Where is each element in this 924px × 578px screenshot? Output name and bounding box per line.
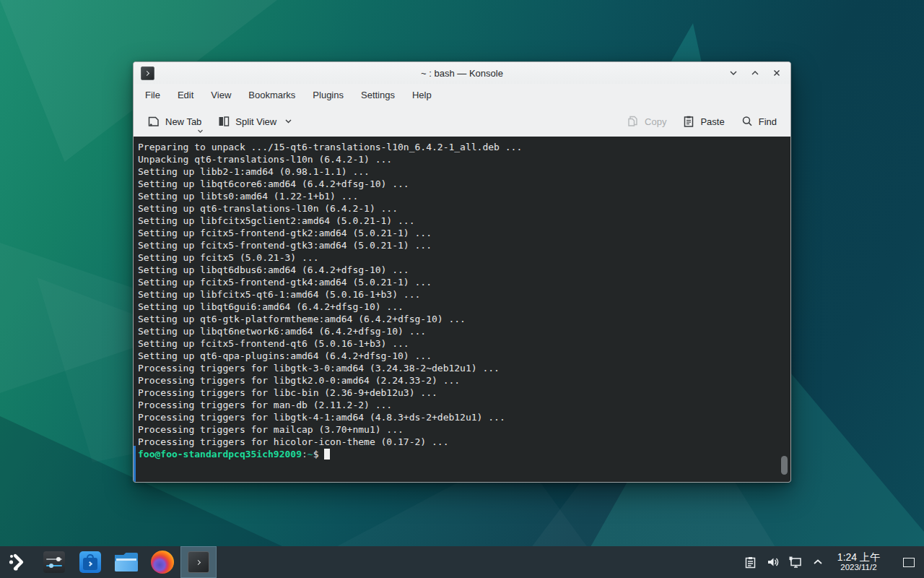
- terminal-line: Setting up libqt6dbus6:amd64 (6.4.2+dfsg…: [138, 264, 780, 276]
- expand-tray-chevron-icon: [813, 558, 823, 566]
- taskbar-app-firefox[interactable]: [144, 546, 180, 578]
- find-icon: [741, 115, 754, 128]
- menubar: File Edit View Bookmarks Plugins Setting…: [134, 84, 790, 106]
- new-output-marker: [134, 446, 136, 482]
- clipboard-tray-button[interactable]: [742, 552, 759, 572]
- terminal-chevron-glyph: [144, 70, 149, 75]
- copy-button[interactable]: Copy: [620, 110, 673, 133]
- prompt-dollar: $: [313, 449, 325, 460]
- network-tray-button[interactable]: [787, 552, 804, 572]
- terminal-line: Setting up libfcitx5-qt6-1:amd64 (5.0.16…: [138, 288, 780, 301]
- titlebar[interactable]: ~ : bash — Konsole: [134, 62, 790, 84]
- split-view-button[interactable]: Split View: [211, 110, 299, 133]
- terminal-line: Setting up fcitx5-frontend-gtk2:amd64 (5…: [138, 227, 780, 239]
- shell-prompt: foo@foo-standardpcq35ich92009:~$: [138, 448, 780, 460]
- new-tab-label: New Tab: [165, 116, 201, 127]
- terminal-line: Processing triggers for libgtk2.0-0:amd6…: [138, 374, 780, 387]
- terminal-line: Processing triggers for mailcap (3.70+nm…: [138, 423, 780, 436]
- digital-clock[interactable]: 1:24 上午 2023/11/2: [832, 551, 886, 572]
- split-view-label: Split View: [235, 116, 276, 127]
- terminal-line: Setting up fcitx5-frontend-gtk3:amd64 (5…: [138, 239, 780, 251]
- chevron-up-icon: [751, 69, 759, 77]
- firefox-icon: [151, 551, 174, 574]
- network-icon: [788, 555, 803, 569]
- menu-file[interactable]: File: [136, 86, 169, 104]
- terminal-line: Processing triggers for libgtk-4-1:amd64…: [138, 411, 780, 423]
- prompt-user-host: foo@foo-standardpcq35ich92009: [138, 449, 302, 460]
- maximize-button[interactable]: [750, 68, 760, 78]
- clipboard-icon: [744, 556, 757, 569]
- copy-label: Copy: [645, 116, 666, 127]
- split-view-icon: [217, 115, 230, 128]
- show-desktop-button[interactable]: [899, 549, 918, 575]
- menu-plugins[interactable]: Plugins: [304, 86, 352, 104]
- close-icon: [772, 69, 781, 77]
- chevron-down-icon: [729, 69, 738, 77]
- terminal-line: Setting up qt6-gtk-platformtheme:amd64 (…: [138, 313, 780, 325]
- terminal-line: Processing triggers for libgtk-3-0:amd64…: [138, 362, 780, 374]
- clock-date: 2023/11/2: [837, 563, 880, 572]
- terminal-line: Setting up fcitx5-frontend-gtk4:amd64 (5…: [138, 276, 780, 288]
- prompt-path: ~: [308, 449, 313, 460]
- close-button[interactable]: [772, 68, 782, 78]
- dolphin-folder-icon: [115, 553, 138, 571]
- application-launcher-button[interactable]: [0, 546, 36, 578]
- taskbar-app-discover[interactable]: [72, 546, 108, 578]
- terminal-line: Setting up libts0:amd64 (1.22-1+b1) ...: [138, 190, 780, 202]
- taskbar-app-files[interactable]: [108, 546, 144, 578]
- terminal-line: Setting up libqt6core6:amd64 (6.4.2+dfsg…: [138, 178, 780, 190]
- window-title: ~ : bash — Konsole: [134, 68, 790, 79]
- split-view-chevron-icon: [284, 118, 292, 124]
- terminal-line: Setting up qt6-qpa-plugins:amd64 (6.4.2+…: [138, 350, 780, 362]
- menu-help[interactable]: Help: [404, 86, 440, 104]
- toolbar: New Tab Split View Copy: [134, 106, 790, 137]
- new-tab-menu-chevron-icon: [197, 129, 204, 134]
- terminal-output: Preparing to unpack .../15-qt6-translati…: [138, 141, 780, 448]
- taskbar-app-konsole-active[interactable]: [180, 546, 217, 578]
- menu-edit[interactable]: Edit: [169, 86, 202, 104]
- konsole-icon: [188, 551, 209, 573]
- terminal-line: Setting up fcitx5 (5.0.21-3) ...: [138, 251, 780, 264]
- terminal-line: Setting up libb2-1:amd64 (0.98.1-1.1) ..…: [138, 165, 780, 178]
- menu-bookmarks[interactable]: Bookmarks: [240, 86, 304, 104]
- settings-sliders-icon: [43, 551, 65, 573]
- expand-tray-button[interactable]: [809, 552, 827, 572]
- menu-settings[interactable]: Settings: [352, 86, 404, 104]
- show-desktop-icon: [903, 558, 915, 567]
- discover-icon: [79, 551, 101, 573]
- copy-icon: [627, 115, 640, 128]
- terminal-line: Setting up qt6-translations-l10n (6.4.2-…: [138, 202, 780, 215]
- prompt-colon: :: [302, 449, 308, 460]
- terminal-line: Processing triggers for libc-bin (2.36-9…: [138, 387, 780, 399]
- terminal-line: Processing triggers for hicolor-icon-the…: [138, 436, 780, 448]
- paste-icon: [682, 115, 695, 128]
- terminal-view[interactable]: Preparing to unpack .../15-qt6-translati…: [134, 137, 790, 482]
- terminal-line: Preparing to unpack .../15-qt6-translati…: [138, 141, 780, 153]
- paste-button[interactable]: Paste: [676, 110, 731, 133]
- terminal-scrollbar[interactable]: [781, 456, 788, 475]
- taskbar-panel: 1:24 上午 2023/11/2: [0, 546, 924, 578]
- volume-tray-button[interactable]: [764, 552, 782, 572]
- volume-icon: [766, 555, 780, 569]
- paste-label: Paste: [700, 116, 724, 127]
- konsole-window: ~ : bash — Konsole File Edit View Bookma…: [133, 61, 791, 483]
- terminal-line: Setting up libqt6gui6:amd64 (6.4.2+dfsg-…: [138, 301, 780, 313]
- new-tab-button[interactable]: New Tab: [141, 110, 208, 133]
- terminal-line: Unpacking qt6-translations-l10n (6.4.2-1…: [138, 153, 780, 165]
- taskbar-app-settings[interactable]: [36, 546, 72, 578]
- new-tab-icon: [147, 115, 160, 128]
- terminal-cursor: [324, 449, 330, 460]
- find-button[interactable]: Find: [734, 110, 783, 133]
- application-launcher-icon: [7, 551, 29, 573]
- terminal-line: Setting up fcitx5-frontend-qt6 (5.0.16-1…: [138, 337, 780, 350]
- terminal-line: Processing triggers for man-db (2.11.2-2…: [138, 399, 780, 411]
- terminal-chevron-glyph: [195, 559, 200, 564]
- terminal-line: Setting up libfcitx5gclient2:amd64 (5.0.…: [138, 215, 780, 227]
- minimize-button[interactable]: [728, 68, 738, 78]
- menu-view[interactable]: View: [202, 86, 240, 104]
- konsole-icon: [141, 66, 154, 80]
- find-label: Find: [759, 116, 777, 127]
- clock-time: 1:24 上午: [837, 551, 880, 563]
- terminal-line: Setting up libqt6network6:amd64 (6.4.2+d…: [138, 325, 780, 337]
